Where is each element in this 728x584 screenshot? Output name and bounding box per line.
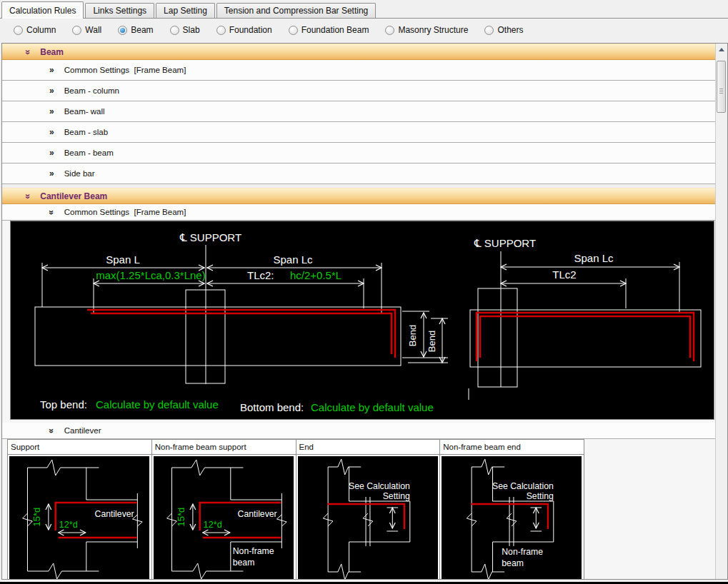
non-frame-beam-label-line1: Non-frame [502, 547, 544, 557]
column-header-non-frame-beam-end: Non-frame beam end [440, 440, 584, 455]
chevron-double-right-icon: » [49, 127, 54, 137]
see-calculation-note-line1: See Calculation [492, 481, 554, 491]
cell-non-frame-beam-end: See Calculation Setting Non-frame beam [440, 455, 584, 580]
chevron-double-down-icon: » [23, 49, 34, 54]
radio-indicator-selected [118, 26, 127, 35]
dim-12d-label: 12*d [59, 519, 78, 530]
dim-15d-label: 15*d [176, 508, 186, 527]
tlc2-label: TLc2: [247, 269, 274, 281]
max-formula-label: max(1.25*Lca,0.3*Lne) [96, 269, 205, 281]
row-side-bar[interactable]: » Side bar [2, 163, 715, 184]
cantilever-label: Cantilever [237, 509, 276, 519]
chevron-double-right-icon: » [49, 65, 54, 75]
tlc2-right-label: TLc2 [552, 268, 576, 281]
row-label: Beam - beam [64, 148, 114, 157]
radio-wall[interactable]: Wall [72, 25, 101, 35]
bend-label-1: Bend [407, 325, 418, 346]
radio-wall-label: Wall [85, 25, 101, 35]
tab-lap-setting[interactable]: Lap Setting [156, 3, 215, 18]
chevron-double-down-icon: » [46, 210, 56, 214]
cell-support: 15*d 12*d Cantilever [8, 455, 152, 580]
radio-masonry-structure-label: Masonry Structure [398, 25, 468, 35]
tab-tension-compression-bar-setting[interactable]: Tension and Compression Bar Setting [216, 3, 376, 18]
cantilever-beam-section-header[interactable]: » Cantilever Beam [2, 188, 715, 204]
tlc2-formula-label: hc/2+0.5*L [290, 269, 341, 281]
row-common-settings-frame-beam[interactable]: » Common Settings [Frame Beam] [2, 60, 715, 81]
dim-15d-label: 15*d [31, 508, 42, 527]
radio-indicator [484, 26, 494, 35]
vertical-scrollbar[interactable] [715, 44, 727, 579]
category-radio-group: Column Wall Beam Slab Foundation Foundat… [0, 19, 728, 40]
cell-non-frame-beam-support: 15*d 12*d Cantilever Non-frame beam [151, 455, 296, 580]
radio-indicator [170, 26, 179, 35]
centerline-support-right-label: ℄ SUPPORT [474, 237, 536, 249]
radio-indicator [72, 26, 81, 35]
see-calculation-note-line1: See Calculation [349, 481, 410, 491]
scroll-up-button[interactable] [716, 44, 727, 55]
radio-indicator [14, 26, 23, 35]
row-cantilever[interactable]: » Cantilever [2, 423, 715, 439]
span-lc-label: Span Lc [273, 253, 313, 266]
non-frame-beam-label-line2: beam [502, 558, 524, 568]
bend-label-2: Bend [427, 331, 437, 352]
column-header-non-frame-beam-support: Non-frame beam support [151, 440, 296, 455]
radio-slab-label: Slab [183, 25, 200, 35]
tab-links-settings[interactable]: Links Settings [85, 3, 154, 18]
settings-panel: » Beam » Common Settings [Frame Beam] » … [1, 43, 728, 580]
non-frame-beam-label-line1: Non-frame [232, 546, 274, 556]
scrollbar-thumb[interactable] [717, 61, 726, 113]
chevron-double-right-icon: » [49, 106, 54, 116]
radio-foundation[interactable]: Foundation [216, 25, 272, 35]
radio-slab[interactable]: Slab [170, 25, 200, 35]
bottom-bend-value: Calculate by default value [311, 401, 434, 413]
tab-bar: Calculation Rules Links Settings Lap Set… [0, 0, 728, 19]
radio-column-label: Column [26, 25, 56, 35]
tab-calculation-rules[interactable]: Calculation Rules [1, 1, 84, 19]
dim-12d-label: 12*d [203, 519, 221, 530]
see-calculation-note-line2: Setting [382, 491, 409, 501]
cantilever-beam-diagram: ℄ SUPPORT Span L Span Lc max(1.25*Lca,0.… [10, 221, 714, 420]
row-cantilever-common-settings[interactable]: » Common Settings [Frame Beam] [2, 204, 715, 221]
radio-indicator [289, 26, 298, 35]
centerline-support-left-label: ℄ SUPPORT [179, 231, 241, 243]
radio-beam[interactable]: Beam [118, 25, 153, 35]
support-diagram: 15*d 12*d Cantilever [9, 456, 149, 579]
radio-others-label: Others [497, 25, 523, 35]
top-bend-label: Top bend: [40, 398, 87, 411]
beam-section-header[interactable]: » Beam [2, 44, 715, 60]
span-lc-right-label: Span Lc [574, 252, 614, 264]
radio-foundation-label: Foundation [229, 25, 272, 35]
arrow-up-icon [719, 48, 724, 51]
row-label: Cantilever [64, 426, 101, 435]
row-beam-beam[interactable]: » Beam - beam [2, 143, 715, 163]
cell-end: See Calculation Setting [296, 455, 440, 580]
radio-masonry-structure[interactable]: Masonry Structure [385, 25, 468, 35]
non-frame-beam-label-line2: beam [232, 558, 254, 568]
radio-foundation-beam-label: Foundation Beam [301, 25, 369, 35]
radio-indicator [216, 26, 226, 35]
top-bend-value: Calculate by default value [96, 398, 219, 411]
beam-section-title: Beam [40, 47, 64, 57]
cantilever-label: Cantilever [95, 509, 134, 519]
scrollbar-grip-icon [719, 89, 723, 94]
non-frame-beam-end-diagram: See Calculation Setting Non-frame beam [442, 456, 582, 579]
radio-foundation-beam[interactable]: Foundation Beam [289, 25, 369, 35]
cantilever-beam-section-title: Cantilever Beam [40, 191, 107, 201]
row-beam-slab[interactable]: » Beam - slab [2, 122, 715, 143]
column-header-support: Support [8, 440, 152, 455]
chevron-double-down-icon: » [46, 428, 56, 433]
see-calculation-note-line2: Setting [527, 491, 554, 501]
radio-column[interactable]: Column [14, 25, 56, 35]
row-label: Beam- wall [64, 107, 105, 116]
row-label: Beam - slab [64, 128, 108, 136]
span-l-label: Span L [106, 253, 140, 266]
chevron-double-right-icon: » [49, 168, 54, 178]
row-beam-column[interactable]: » Beam - column [2, 81, 715, 101]
row-label: Common Settings [Frame Beam] [64, 66, 186, 74]
row-label: Beam - column [64, 86, 119, 95]
chevron-double-right-icon: » [49, 148, 54, 158]
cantilever-detail-table: Support Non-frame beam support End Non-f… [7, 439, 584, 579]
radio-others[interactable]: Others [484, 25, 523, 35]
row-beam-wall[interactable]: » Beam- wall [2, 101, 715, 122]
chevron-double-down-icon: » [23, 193, 34, 198]
